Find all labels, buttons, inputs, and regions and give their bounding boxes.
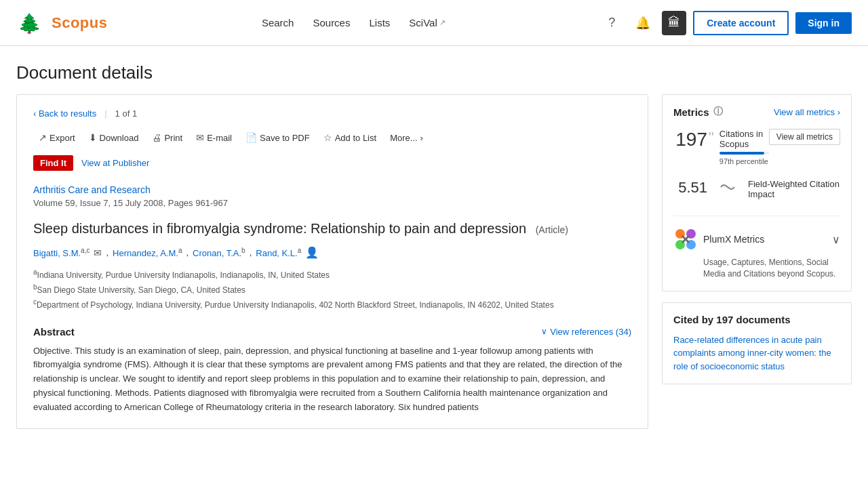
scival-external-icon: ↗	[439, 18, 446, 27]
article-type: (Article)	[536, 224, 568, 235]
nav-separator: |	[104, 108, 106, 119]
star-icon: ☆	[323, 132, 332, 143]
bell-icon: 🔔	[635, 16, 650, 30]
chevron-down-icon: ∨	[541, 327, 547, 336]
export-icon: ↗	[39, 132, 47, 143]
affiliation-a: aIndiana University, Purdue University I…	[33, 267, 631, 282]
view-at-publisher-link[interactable]: View at Publisher	[81, 158, 149, 168]
header: 🌲 Scopus Search Sources Lists SciVal ↗ ?…	[0, 0, 868, 46]
abstract-label: Abstract	[33, 326, 75, 338]
export-button[interactable]: ↗ Export	[33, 129, 81, 146]
citations-label: Citations in Scopus	[719, 129, 769, 149]
add-to-list-button[interactable]: ☆ Add to List	[318, 129, 382, 146]
cited-by-section: Cited by 197 documents Race-related diff…	[662, 302, 852, 385]
nav-search[interactable]: Search	[262, 17, 294, 28]
journal-meta: Volume 59, Issue 7, 15 July 2008, Pages …	[33, 198, 631, 208]
cited-by-document-link[interactable]: Race-related differences in acute pain c…	[673, 335, 831, 371]
back-to-results-link[interactable]: Back to results	[33, 108, 96, 119]
pdf-icon: 📄	[245, 132, 257, 143]
fwci-value: 5.51	[673, 179, 707, 197]
action-toolbar: ↗ Export ⬇ Download 🖨 Print ✉ E-mail 📄 S…	[33, 129, 631, 146]
fwci-metric: 5.51 Field-Weighted Citation Impact	[673, 179, 840, 202]
sign-in-button[interactable]: Sign in	[795, 12, 852, 34]
institution-button[interactable]: 🏛	[662, 11, 686, 35]
abstract-header: Abstract ∨ View references (34)	[33, 326, 631, 338]
view-references-link[interactable]: ∨ View references (34)	[541, 327, 631, 337]
more-button[interactable]: More... ›	[384, 130, 429, 146]
document-nav: Back to results | 1 of 1	[33, 108, 631, 119]
citations-bar-container	[719, 152, 769, 155]
metrics-info-icon[interactable]: ⓘ	[713, 106, 723, 118]
plumx-title: PlumX Metrics	[703, 234, 764, 245]
print-button[interactable]: 🖨 Print	[146, 129, 188, 146]
plumx-section: PlumX Metrics ∨ Usage, Captures, Mention…	[673, 216, 840, 280]
quote-icon: "	[709, 129, 714, 146]
cited-by-title: Cited by 197 documents	[673, 314, 840, 325]
help-icon: ?	[608, 16, 615, 30]
author-rand[interactable]: Rand, K.L.a	[256, 247, 301, 258]
article-title: Sleep disturbances in fibromyalgia syndr…	[33, 219, 631, 238]
fwci-icon	[719, 179, 736, 195]
main-nav: Search Sources Lists SciVal ↗	[262, 17, 446, 28]
logo-area: 🌲 Scopus	[16, 8, 107, 38]
plumx-description: Usage, Captures, Mentions, Social Media …	[703, 257, 840, 280]
affiliation-b: bSan Diego State University, San Diego, …	[33, 282, 631, 297]
scopus-logo-icon: 🌲	[16, 8, 46, 38]
plumx-header-left: PlumX Metrics	[673, 227, 764, 251]
metrics-sidebar: Metrics ⓘ View all metrics View all metr…	[662, 94, 852, 429]
fwci-label: Field-Weighted Citation Impact	[748, 179, 840, 199]
plumx-expand-icon: ∨	[832, 233, 840, 246]
affiliation-c: cDepartment of Psychology, Indiana Unive…	[33, 297, 631, 312]
metrics-panel: Metrics ⓘ View all metrics View all metr…	[662, 94, 852, 291]
nav-sources[interactable]: Sources	[313, 17, 350, 28]
document-panel: Back to results | 1 of 1 ↗ Export ⬇ Down…	[16, 94, 648, 429]
plumx-icon	[673, 227, 698, 251]
journal-name-link[interactable]: Arthritis Care and Research	[33, 184, 631, 195]
save-to-pdf-button[interactable]: 📄 Save to PDF	[240, 129, 315, 146]
nav-lists[interactable]: Lists	[369, 17, 390, 28]
citations-details: Citations in Scopus 97th percentile	[719, 129, 769, 165]
affiliations: aIndiana University, Purdue University I…	[33, 267, 631, 312]
pagination-text: 1 of 1	[115, 108, 138, 119]
author-email-icon: ✉	[94, 247, 102, 258]
plumx-header[interactable]: PlumX Metrics ∨	[673, 227, 840, 251]
author-profile-icon[interactable]: 👤	[305, 246, 319, 259]
view-all-metrics-link[interactable]: View all metrics	[774, 107, 840, 117]
citations-percentile: 97th percentile	[719, 157, 769, 165]
citations-bar	[719, 152, 764, 155]
find-it-button[interactable]: Find It	[33, 155, 73, 171]
author-hernandez[interactable]: Hernandez, A.M.a	[113, 247, 182, 258]
find-it-section: Find It View at Publisher	[33, 155, 631, 171]
citations-metric: 197 " Citations in Scopus 97th percentil…	[673, 129, 769, 165]
fwci-details: Field-Weighted Citation Impact	[748, 179, 840, 202]
chevron-right-icon: ›	[420, 133, 423, 143]
abstract-text: Objective. This study is an examination …	[33, 344, 631, 415]
institution-icon: 🏛	[668, 16, 680, 30]
download-button[interactable]: ⬇ Download	[83, 129, 144, 146]
page-title: Document details	[16, 62, 852, 83]
citations-value: 197	[673, 129, 707, 150]
svg-text:🌲: 🌲	[18, 12, 41, 35]
header-actions: ? 🔔 🏛 Create account Sign in	[599, 11, 852, 35]
email-icon: ✉	[196, 132, 204, 143]
page-title-section: Document details	[0, 46, 868, 94]
authors-row: Bigatti, S.M.a,c ✉ , Hernandez, A.M.a , …	[33, 246, 631, 259]
print-icon: 🖨	[152, 132, 161, 143]
author-bigatti[interactable]: Bigatti, S.M.a,c	[33, 247, 90, 258]
nav-scival[interactable]: SciVal ↗	[409, 17, 445, 28]
view-all-metrics-button[interactable]: View all metrics	[769, 129, 840, 145]
notifications-button[interactable]: 🔔	[631, 11, 655, 35]
brand-name: Scopus	[52, 14, 107, 32]
email-button[interactable]: ✉ E-mail	[191, 129, 237, 146]
author-cronan[interactable]: Cronan, T.A.b	[193, 247, 245, 258]
download-icon: ⬇	[89, 132, 97, 143]
metrics-title: Metrics ⓘ	[673, 106, 723, 118]
create-account-button[interactable]: Create account	[693, 11, 789, 35]
main-content: Back to results | 1 of 1 ↗ Export ⬇ Down…	[0, 94, 868, 445]
metrics-header: Metrics ⓘ View all metrics	[673, 106, 840, 118]
help-button[interactable]: ?	[599, 11, 624, 35]
